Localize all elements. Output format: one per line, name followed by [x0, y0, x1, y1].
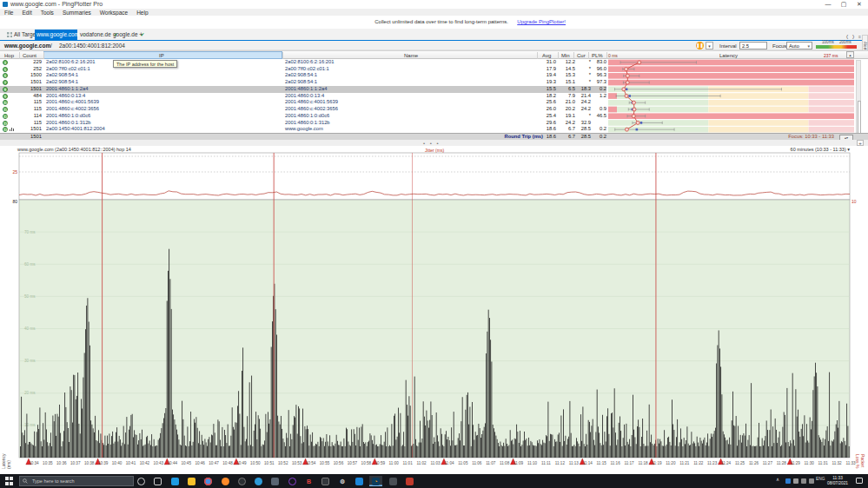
- table-row[interactable]: 42292a02:8100:6:2:16:2012a02:8100:6:2:16…: [0, 59, 606, 66]
- svg-text:11:22: 11:22: [693, 461, 704, 465]
- table-row[interactable]: 111152001:4860:c:4002:36562001:4860:c:40…: [0, 106, 606, 113]
- tab-all-targets[interactable]: All Targets✕: [5, 30, 34, 40]
- table-row[interactable]: 1415012a00:1450:4001:812:2004www.google.…: [0, 126, 606, 133]
- timeline-graph[interactable]: www.google.com (2a00:1450:4001:812::2004…: [7, 146, 861, 469]
- menubar: FileEditToolsSummariesWorkspaceHelp: [0, 9, 868, 16]
- table-row[interactable]: 101152001:4860:c:4001:56392001:4860:c:40…: [0, 99, 606, 106]
- col-hop[interactable]: Hop: [4, 53, 14, 58]
- vscode-icon[interactable]: [169, 476, 182, 486]
- obs-icon[interactable]: [235, 476, 248, 486]
- col-min[interactable]: Min: [561, 53, 570, 58]
- hop-number-badge: 5: [3, 67, 8, 72]
- cell-count: 229: [16, 59, 42, 66]
- start-button[interactable]: [5, 477, 14, 485]
- minimize-button[interactable]: —: [821, 0, 835, 9]
- tray-network-icon[interactable]: [801, 478, 806, 484]
- latency-scale-up-button[interactable]: ▲: [846, 51, 854, 58]
- chat-app-icon[interactable]: [268, 476, 282, 486]
- svg-text:11:04: 11:04: [444, 461, 454, 465]
- ip-column-tooltip: The IP address for the host: [113, 60, 177, 68]
- pause-button[interactable]: ❚❚: [696, 42, 704, 49]
- tray-battery-icon[interactable]: [793, 478, 798, 484]
- svg-text:11:09: 11:09: [514, 461, 524, 465]
- maximize-button[interactable]: ▢: [837, 0, 851, 9]
- cell-ip: 2001:4860:c:4002:3656: [46, 106, 99, 113]
- new-tab-button[interactable]: +: [139, 30, 143, 40]
- chrome-icon[interactable]: [202, 476, 215, 486]
- pingplotter-icon[interactable]: ◔: [369, 476, 382, 486]
- col-cur[interactable]: Cur: [577, 53, 586, 58]
- table-row[interactable]: 52522a00:7ff0:c02:c01:12a00:7ff0:c02:c01…: [0, 66, 606, 73]
- tray-chevron-icon[interactable]: ∧: [776, 477, 779, 482]
- table-row[interactable]: 615002a02:908:54:12a02:908:54:119.415.3*…: [0, 72, 606, 79]
- gray-app-icon[interactable]: [387, 476, 400, 486]
- col-latency[interactable]: Latency: [719, 53, 738, 58]
- pane-next-icon[interactable]: ❭: [851, 34, 855, 39]
- col-pl[interactable]: PL%: [592, 53, 603, 58]
- notification-center-icon[interactable]: [856, 478, 863, 484]
- cortana-icon-glyph: [137, 478, 145, 485]
- pane-splitter[interactable]: • • • +: [0, 140, 868, 146]
- camera-app-icon[interactable]: [319, 476, 332, 486]
- tray-clock[interactable]: 11:33 08/07/2021: [823, 476, 852, 486]
- pane-prev-icon[interactable]: ❬: [845, 34, 849, 39]
- ring-app-icon[interactable]: [286, 476, 299, 486]
- focus-select[interactable]: Auto▾: [786, 42, 812, 49]
- b-app-icon[interactable]: B: [302, 476, 315, 486]
- task-view-icon[interactable]: [151, 476, 164, 486]
- interval-select[interactable]: 2.5 seconds▾: [739, 42, 767, 49]
- svg-text:10:37: 10:37: [70, 461, 81, 465]
- svg-text:11:00: 11:00: [389, 461, 400, 465]
- store-app-icon[interactable]: [353, 476, 366, 486]
- close-button[interactable]: ✕: [852, 0, 866, 9]
- cortana-icon[interactable]: [135, 476, 148, 486]
- svg-text:10:49: 10:49: [236, 461, 247, 465]
- pane-menu-icon[interactable]: ≡: [858, 34, 861, 39]
- svg-text:11:08: 11:08: [500, 461, 510, 465]
- table-row[interactable]: 121142001:4860:1:0:d0c62001:4860:1:0:d0c…: [0, 113, 606, 120]
- tab-vodafone-de[interactable]: vodafone.de✔: [78, 30, 111, 40]
- svg-text:10 ms: 10 ms: [24, 423, 36, 427]
- cell-name: 2001:4860:c:4002:3656: [285, 106, 338, 113]
- tab-google-de[interactable]: google.de✔: [111, 30, 139, 40]
- cell-pl: 46.5: [583, 113, 606, 120]
- obs-icon-glyph: [238, 478, 246, 485]
- tab-www-google-com[interactable]: www.google.com✔: [35, 30, 77, 40]
- cell-ip: 2001:4860:c:4001:5639: [46, 99, 99, 106]
- svg-text:10:51: 10:51: [264, 461, 275, 465]
- table-row[interactable]: 715012a02:908:54:12a02:908:54:119.315.1*…: [0, 79, 606, 86]
- cell-ip: 2a02:8100:6:2:16:201: [46, 59, 95, 66]
- tray-bluetooth-icon[interactable]: [785, 478, 791, 484]
- legend-200ms: 200ms: [839, 40, 851, 44]
- latency-scrollbar[interactable]: [856, 60, 861, 139]
- latency-scrollbar-thumb[interactable]: [858, 101, 861, 137]
- upgrade-link[interactable]: Upgrade PingPlotter!: [517, 19, 566, 24]
- pause-dropdown[interactable]: ▾: [706, 42, 713, 49]
- latency-scale-min: 0 ms: [608, 53, 618, 58]
- cell-count: 114: [16, 113, 42, 120]
- table-row[interactable]: 131152001:4860:0:1:312b2001:4860:0:1:312…: [0, 120, 606, 127]
- svg-text:11:28: 11:28: [777, 461, 787, 465]
- settings-gear-icon[interactable]: ⚙: [336, 476, 349, 486]
- col-count[interactable]: Count: [23, 53, 36, 58]
- svg-text:10:38: 10:38: [84, 461, 95, 465]
- add-graph-button[interactable]: +: [857, 140, 864, 146]
- hop-number-badge: 12: [3, 114, 8, 119]
- col-ip[interactable]: IP: [159, 53, 164, 58]
- telegram-icon[interactable]: [252, 476, 265, 486]
- firefox-icon[interactable]: [219, 476, 232, 486]
- col-avg[interactable]: Avg: [542, 53, 551, 58]
- taskbar-search-input[interactable]: Type here to search: [19, 476, 134, 486]
- svg-text:80: 80: [12, 199, 17, 204]
- red-app-icon[interactable]: [403, 476, 416, 486]
- tray-volume-icon[interactable]: [809, 478, 814, 484]
- svg-text:11:25: 11:25: [735, 461, 745, 465]
- timeline-graph-icon: [10, 128, 15, 131]
- file-explorer-icon[interactable]: [185, 476, 198, 486]
- firefox-icon-glyph: [222, 478, 229, 485]
- col-name[interactable]: Name: [404, 53, 418, 58]
- cell-count: 115: [16, 106, 42, 113]
- svg-text:10:53: 10:53: [292, 461, 302, 465]
- table-row[interactable]: 94842001:4860:0:13:42001:4860:0:13:418.2…: [0, 93, 606, 100]
- table-row[interactable]: 815012001:4860:1:1:2a42001:4860:1:1:2a41…: [0, 86, 606, 93]
